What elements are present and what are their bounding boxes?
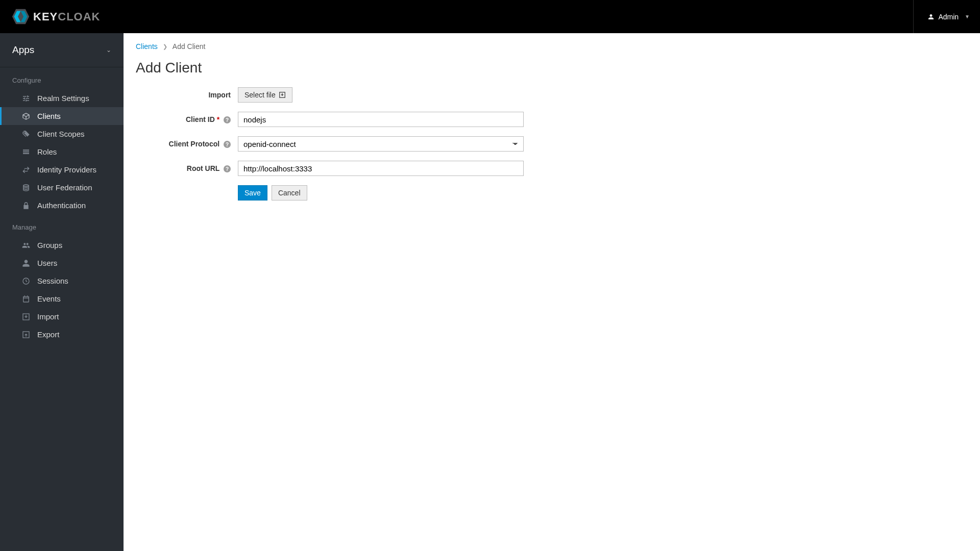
tags-icon — [22, 130, 30, 138]
sidebar-item-sessions[interactable]: Sessions — [0, 272, 124, 290]
user-icon — [22, 259, 30, 267]
help-icon[interactable]: ? — [224, 141, 231, 148]
client-protocol-label: Client Protocol ? — [136, 140, 238, 148]
sidebar-item-label: Clients — [37, 112, 61, 120]
sidebar-item-label: Roles — [37, 147, 57, 156]
sidebar-item-identity-providers[interactable]: Identity Providers — [0, 161, 124, 179]
exchange-icon — [22, 166, 30, 174]
sidebar-item-label: Events — [37, 294, 61, 303]
topbar: KEYCLOAK Admin ▼ — [0, 0, 980, 33]
breadcrumb-parent-link[interactable]: Clients — [136, 42, 158, 51]
chevron-down-icon: ▼ — [965, 14, 970, 19]
add-client-form: Import Select file Client ID * ? — [136, 87, 662, 201]
sidebar-item-label: Authentication — [37, 201, 86, 210]
sliders-icon — [22, 94, 30, 103]
realm-selector[interactable]: Apps ⌄ — [0, 33, 124, 67]
main-content: Clients ❯ Add Client Add Client Import S… — [124, 33, 980, 551]
root-url-input[interactable] — [238, 161, 524, 176]
sidebar-item-label: Client Scopes — [37, 130, 85, 138]
chevron-right-icon: ❯ — [163, 43, 167, 50]
sidebar-item-client-scopes[interactable]: Client Scopes — [0, 125, 124, 143]
user-menu[interactable]: Admin ▼ — [913, 0, 970, 33]
client-id-label: Client ID * ? — [136, 115, 238, 124]
sidebar-item-label: User Federation — [37, 183, 92, 192]
calendar-icon — [22, 295, 30, 303]
sidebar-item-label: Export — [37, 330, 59, 339]
sidebar-item-label: Identity Providers — [37, 165, 96, 174]
brand-text: KEYCLOAK — [33, 10, 100, 23]
list-icon — [22, 148, 30, 156]
import-label: Import — [136, 91, 238, 99]
sidebar-item-events[interactable]: Events — [0, 290, 124, 308]
save-button[interactable]: Save — [238, 185, 267, 201]
sidebar-item-roles[interactable]: Roles — [0, 143, 124, 161]
breadcrumb: Clients ❯ Add Client — [136, 42, 968, 51]
user-label: Admin — [938, 13, 959, 21]
users-icon — [22, 241, 30, 249]
sidebar-item-label: Groups — [37, 241, 62, 249]
sidebar-item-label: Import — [37, 312, 59, 321]
help-icon[interactable]: ? — [224, 116, 231, 123]
breadcrumb-current: Add Client — [173, 42, 206, 51]
help-icon[interactable]: ? — [224, 165, 231, 172]
page-title: Add Client — [136, 60, 968, 76]
sidebar-item-realm-settings[interactable]: Realm Settings — [0, 89, 124, 107]
chevron-down-icon: ⌄ — [106, 46, 111, 54]
cancel-button[interactable]: Cancel — [272, 185, 307, 201]
sidebar-item-label: Users — [37, 259, 57, 267]
sidebar: Apps ⌄ Configure Realm Settings Clients … — [0, 33, 124, 551]
root-url-label: Root URL ? — [136, 164, 238, 173]
user-icon — [928, 14, 934, 20]
keycloak-logo-icon — [11, 7, 30, 26]
sidebar-item-clients[interactable]: Clients — [0, 107, 124, 125]
database-icon — [22, 184, 30, 192]
export-icon — [22, 331, 30, 339]
import-icon — [22, 313, 30, 321]
clock-icon — [22, 277, 30, 285]
import-icon — [279, 91, 286, 98]
sidebar-item-users[interactable]: Users — [0, 254, 124, 272]
sidebar-item-authentication[interactable]: Authentication — [0, 196, 124, 214]
cube-icon — [22, 112, 30, 120]
sidebar-item-label: Sessions — [37, 277, 68, 285]
section-label-configure: Configure — [0, 67, 124, 89]
client-protocol-select[interactable]: openid-connect — [238, 136, 524, 152]
brand-logo[interactable]: KEYCLOAK — [11, 7, 100, 26]
sidebar-item-user-federation[interactable]: User Federation — [0, 179, 124, 196]
lock-icon — [22, 202, 30, 210]
sidebar-item-import[interactable]: Import — [0, 308, 124, 325]
sidebar-item-label: Realm Settings — [37, 94, 89, 103]
select-file-button[interactable]: Select file — [238, 87, 292, 103]
sidebar-item-groups[interactable]: Groups — [0, 236, 124, 254]
client-id-input[interactable] — [238, 112, 524, 127]
realm-name: Apps — [12, 44, 34, 56]
section-label-manage: Manage — [0, 214, 124, 236]
sidebar-item-export[interactable]: Export — [0, 325, 124, 343]
